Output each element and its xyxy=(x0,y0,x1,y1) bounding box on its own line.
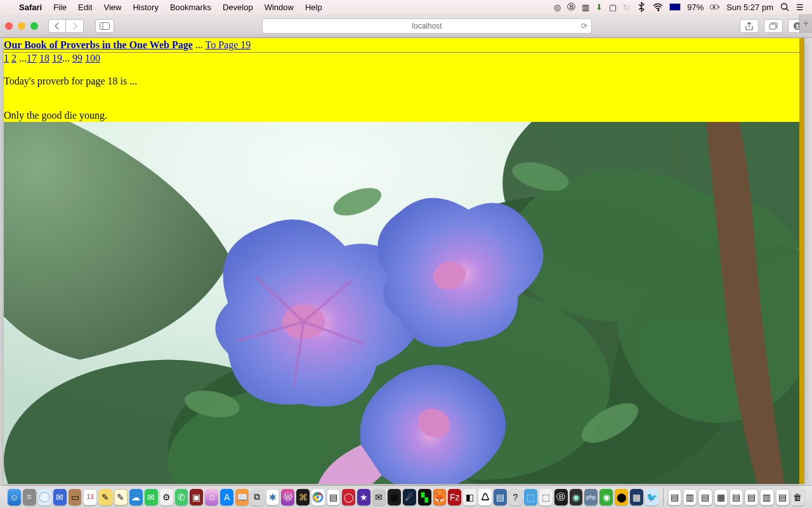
page-link-19[interactable]: 19 xyxy=(52,53,62,64)
dock-item[interactable]: ▥ xyxy=(683,489,697,505)
dock-firefox-icon[interactable]: 🦊 xyxy=(433,489,447,505)
dock-app-icon[interactable]: 13 xyxy=(83,489,96,505)
close-window-button[interactable] xyxy=(5,22,13,30)
dock-app-icon[interactable]: ⬤ xyxy=(615,489,628,505)
spotlight-icon[interactable] xyxy=(776,2,793,12)
dock-app-icon[interactable]: ⬚ xyxy=(539,489,553,505)
dock-app-icon[interactable]: ▚ xyxy=(418,489,431,505)
dock-app-icon[interactable]: ♫ xyxy=(205,489,218,505)
dock-app-icon[interactable] xyxy=(311,489,325,505)
dock-app-icon[interactable]: ☁ xyxy=(129,489,143,505)
dock-item[interactable]: ▤ xyxy=(698,489,712,505)
battery-icon[interactable] xyxy=(707,2,723,12)
dock-app-icon[interactable]: ⧉ xyxy=(251,489,264,505)
dock-filezilla-icon[interactable]: Fz xyxy=(448,489,461,505)
dock-app-icon[interactable]: ▦ xyxy=(630,489,643,505)
dock-vlc-icon[interactable]: 🛆 xyxy=(478,489,492,505)
dock-app-icon[interactable]: ✎ xyxy=(99,489,112,505)
dock-app-icon[interactable]: ◉ xyxy=(599,489,613,505)
title-link[interactable]: Our Book of Proverbs in the One Web Page xyxy=(4,39,193,50)
flag-icon[interactable] xyxy=(666,3,684,11)
menu-bookmarks[interactable]: Bookmarks xyxy=(164,3,217,12)
notification-center-icon[interactable]: ☰ xyxy=(793,3,807,12)
page-link-99[interactable]: 99 xyxy=(72,53,82,64)
back-button[interactable] xyxy=(48,19,66,33)
dock-app-icon[interactable]: Ⓑ xyxy=(554,489,568,505)
menu-file[interactable]: File xyxy=(48,3,72,12)
status-icon[interactable]: ◎ xyxy=(551,3,564,12)
safari-toolbar: localhost ⟳ + xyxy=(0,14,812,38)
share-button[interactable] xyxy=(740,19,759,33)
dock-app-icon[interactable]: ▣ xyxy=(190,489,203,505)
forward-button[interactable] xyxy=(66,19,84,33)
menu-edit[interactable]: Edit xyxy=(72,3,98,12)
dock-item[interactable]: ▤ xyxy=(776,489,789,505)
new-tab-button[interactable]: + xyxy=(799,14,812,33)
dock-app-icon[interactable]: ⬚ xyxy=(524,489,537,505)
menu-view[interactable]: View xyxy=(98,3,128,12)
menubar-left: Safari File Edit View History Bookmarks … xyxy=(5,3,328,12)
dock-item[interactable]: ▥ xyxy=(760,489,773,505)
dock-app-icon[interactable]: ☄ xyxy=(403,489,416,505)
dock-app-icon[interactable]: ⚙ xyxy=(160,489,173,505)
dock-app-icon[interactable]: ✉ xyxy=(145,489,158,505)
dock-app-icon[interactable]: ▤ xyxy=(327,489,340,505)
page-link-17[interactable]: 17 xyxy=(27,53,37,64)
menu-develop[interactable]: Develop xyxy=(217,3,259,12)
address-bar[interactable]: localhost ⟳ xyxy=(262,18,592,34)
dock-item[interactable]: ▤ xyxy=(745,489,758,505)
sidebar-toggle-button[interactable] xyxy=(95,19,114,33)
dock-item[interactable]: ▤ xyxy=(668,489,681,505)
dock-item[interactable]: ▤ xyxy=(730,489,743,505)
dock-trash-icon[interactable]: 🗑 xyxy=(791,489,804,505)
dock-app-icon[interactable]: ★ xyxy=(357,489,370,505)
dock-item[interactable]: ▦ xyxy=(714,489,728,505)
dock-launchpad-icon[interactable]: ⌗ xyxy=(23,489,36,505)
app-menu[interactable]: Safari xyxy=(13,3,48,12)
dock-app-icon[interactable]: 📖 xyxy=(235,489,249,505)
dock-app-icon[interactable]: Ⓦ xyxy=(281,489,294,505)
dock-app-icon[interactable]: ▭ xyxy=(69,489,82,505)
airplay-icon[interactable]: ▢ xyxy=(606,3,620,12)
dock-app-icon[interactable]: 🐦 xyxy=(645,489,658,505)
dock-safari-icon[interactable] xyxy=(38,489,51,505)
next-page-link[interactable]: To Page 19 xyxy=(206,39,251,50)
macos-menubar: Safari File Edit View History Bookmarks … xyxy=(0,0,812,14)
dock-app-icon[interactable]: ✱ xyxy=(266,489,279,505)
dock-app-icon[interactable]: ? xyxy=(509,489,522,505)
timemachine-icon[interactable]: ↻ xyxy=(620,3,633,12)
minimize-window-button[interactable] xyxy=(18,22,25,30)
dock-app-icon[interactable]: ▤ xyxy=(494,489,507,505)
status-icon[interactable]: Ⓑ xyxy=(564,1,579,13)
nav-buttons xyxy=(48,19,84,33)
bluetooth-icon[interactable] xyxy=(633,2,650,12)
zoom-window-button[interactable] xyxy=(30,22,38,30)
dock-app-icon[interactable]: A xyxy=(220,489,233,505)
page-link-1[interactable]: 1 xyxy=(4,53,9,64)
dock-app-icon[interactable]: ◧ xyxy=(463,489,476,505)
page-link-2[interactable]: 2 xyxy=(11,53,16,64)
dock-app-icon[interactable]: ✉ xyxy=(372,489,386,505)
tabs-button[interactable] xyxy=(764,19,783,33)
dock-app-icon[interactable]: ✉ xyxy=(53,489,67,505)
wifi-icon[interactable] xyxy=(650,2,666,12)
dock-app-icon[interactable]: ⌘ xyxy=(296,489,310,505)
dock-app-icon[interactable]: ✎ xyxy=(114,489,128,505)
menu-history[interactable]: History xyxy=(127,3,164,12)
reload-icon[interactable]: ⟳ xyxy=(581,22,587,30)
ellipsis: ... xyxy=(62,53,72,64)
downloads-icon[interactable]: ⬇ xyxy=(593,3,606,12)
dock-app-icon[interactable]: ✆ xyxy=(175,489,188,505)
menu-help[interactable]: Help xyxy=(299,3,328,12)
dock-app-icon[interactable]: ◯ xyxy=(342,489,355,505)
menu-window[interactable]: Window xyxy=(259,3,299,12)
dock-app-icon[interactable]: ▦ xyxy=(388,489,401,505)
dock-finder-icon[interactable]: ☺ xyxy=(8,489,21,505)
dock-app-icon[interactable]: php xyxy=(584,489,598,505)
page-link-18[interactable]: 18 xyxy=(39,53,49,64)
header-row: Our Book of Proverbs in the One Web Page… xyxy=(4,38,799,53)
page-link-100[interactable]: 100 xyxy=(85,53,100,64)
status-icon[interactable]: ▥ xyxy=(579,3,593,12)
clock[interactable]: Sun 5:27 pm xyxy=(723,3,776,12)
dock-app-icon[interactable]: ◉ xyxy=(570,489,583,505)
